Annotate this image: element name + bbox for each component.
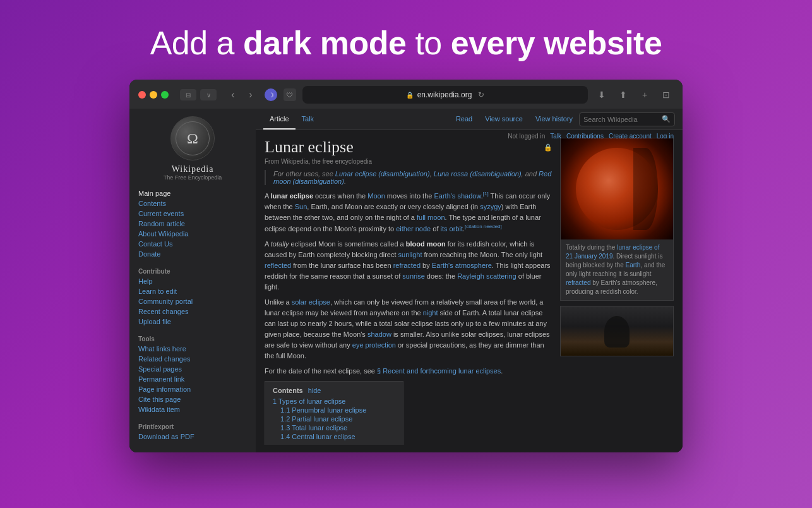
- contribute-label: Contribute: [129, 264, 256, 276]
- hatnote-link-1[interactable]: Lunar eclipse (disambiguation): [335, 170, 430, 178]
- headline-bold1: dark mode: [243, 25, 406, 61]
- either-node-link[interactable]: either node: [396, 224, 431, 232]
- sidebar-item-help[interactable]: Help: [129, 276, 256, 286]
- article-title: Lunar eclipse 🔒: [265, 138, 552, 157]
- minimize-button[interactable]: [150, 91, 157, 99]
- sun-link[interactable]: Sun: [295, 203, 307, 210]
- sidebar-item-page-information[interactable]: Page information: [129, 384, 256, 394]
- full-moon-link[interactable]: full moon: [417, 214, 445, 221]
- url-text: en.wikipedia.org: [417, 90, 472, 99]
- tab-extra-button[interactable]: ∨: [200, 89, 217, 100]
- maximize-button[interactable]: [161, 91, 169, 99]
- sidebar-item-cite-this-page[interactable]: Cite this page: [129, 394, 256, 404]
- contents-link-1-2[interactable]: 1.2 Partial lunar eclipse: [280, 415, 352, 423]
- search-icon[interactable]: 🔍: [662, 115, 671, 123]
- sidebar-item-related-changes[interactable]: Related changes: [129, 354, 256, 364]
- shadow-link[interactable]: shadow: [367, 330, 391, 338]
- sidebar-item-main-page[interactable]: Main page: [129, 188, 256, 198]
- forward-button[interactable]: ›: [243, 87, 258, 102]
- earth-link[interactable]: Earth: [626, 262, 641, 269]
- solar-eclipse-link[interactable]: solar eclipse: [292, 298, 330, 306]
- sidebar-item-permanent-link[interactable]: Permanent link: [129, 374, 256, 384]
- lunar-eclipse-image: [561, 138, 673, 239]
- sidebar-item-recent-changes[interactable]: Recent changes: [129, 306, 256, 317]
- sidebar-item-learn-to-edit[interactable]: Learn to edit: [129, 286, 256, 296]
- close-button[interactable]: [138, 91, 146, 99]
- article-para-1: A lunar eclipse occurs when the Moon mov…: [265, 190, 552, 234]
- sidebar-item-what-links-here[interactable]: What links here: [129, 344, 256, 354]
- tab-talk[interactable]: Talk: [296, 109, 321, 130]
- rayleigh-link[interactable]: Rayleigh scattering: [457, 272, 516, 280]
- shield-icon[interactable]: 🛡: [284, 88, 296, 101]
- wikipedia-title: Wikipedia: [172, 164, 214, 174]
- tab-view-source[interactable]: View source: [479, 109, 529, 130]
- article-hatnote: For other uses, see Lunar eclipse (disam…: [265, 170, 552, 185]
- sidebar-navigation: Main page Contents Current events Random…: [129, 186, 256, 262]
- earths-atmosphere-link[interactable]: Earth's atmosphere: [432, 262, 492, 269]
- sidebar-item-contact-us[interactable]: Contact Us: [129, 239, 256, 249]
- refracted-link[interactable]: refracted: [393, 262, 421, 269]
- sidebar-item-donate[interactable]: Donate: [129, 249, 256, 259]
- reload-button[interactable]: ↻: [478, 90, 484, 99]
- sidebar-item-wikidata-item[interactable]: Wikidata item: [129, 404, 256, 414]
- article-text: Lunar eclipse 🔒 From Wikipedia, the free…: [265, 138, 552, 445]
- contents-link-1-1[interactable]: 1.1 Penumbral lunar eclipse: [280, 406, 366, 414]
- sunrise-link[interactable]: sunrise: [402, 272, 424, 280]
- eclipse-link[interactable]: lunar eclipse of 21 January 2019: [566, 244, 659, 260]
- its-orbit-link[interactable]: its orbit: [441, 224, 463, 232]
- tab-view-button[interactable]: ⊟: [180, 89, 196, 100]
- headline-bold2: every website: [451, 25, 662, 61]
- sidebar-item-random-article[interactable]: Random article: [129, 219, 256, 229]
- sidebar-item-about-wikipedia[interactable]: About Wikipedia: [129, 229, 256, 239]
- tab-view-history[interactable]: View history: [529, 109, 579, 130]
- sunlight-link[interactable]: sunlight: [398, 251, 422, 258]
- back-button[interactable]: ‹: [225, 87, 241, 102]
- sidebar-contribute: Contribute Help Learn to edit Community …: [129, 262, 256, 329]
- article-para-3: Unlike a solar eclipse, which can only b…: [265, 297, 552, 361]
- contents-subitem-1-2: 1.2 Partial lunar eclipse: [273, 414, 395, 423]
- contents-link-1[interactable]: 1 Types of lunar eclipse: [273, 397, 345, 405]
- contents-hide[interactable]: hide: [308, 387, 321, 394]
- wiki-main: Article Talk Read View source View histo…: [256, 109, 683, 452]
- syzygy-link[interactable]: syzygy: [480, 203, 501, 210]
- contents-link-1-3[interactable]: 1.3 Total lunar eclipse: [280, 424, 347, 432]
- tab-article[interactable]: Article: [263, 109, 296, 130]
- wiki-article-body: Not logged in Talk Contributions Create …: [256, 130, 683, 452]
- contents-box: Contents hide 1 Types of lunar eclipse 1…: [265, 381, 403, 445]
- second-image-placeholder: [561, 306, 673, 356]
- globe-letter: Ω: [187, 130, 198, 147]
- sidebar-item-community-portal[interactable]: Community portal: [129, 296, 256, 306]
- recent-forthcoming-link[interactable]: § Recent and forthcoming lunar eclipses: [377, 367, 501, 375]
- sidebar-printexport: Print/export Download as PDF: [129, 417, 256, 444]
- sidebar-item-special-pages[interactable]: Special pages: [129, 364, 256, 374]
- dark-mode-icon[interactable]: ☽: [265, 88, 277, 101]
- nav-buttons: ‹ ›: [225, 87, 258, 102]
- headline-middle: to: [406, 25, 450, 61]
- sidebar-item-contents[interactable]: Contents: [129, 198, 256, 209]
- reflected-link[interactable]: reflected: [265, 262, 291, 269]
- search-input[interactable]: [583, 116, 659, 123]
- wikipedia-subtitle: The Free Encyclopedia: [164, 174, 222, 181]
- night-link[interactable]: night: [423, 309, 438, 317]
- sidebar-item-current-events[interactable]: Current events: [129, 209, 256, 219]
- downloads-button[interactable]: ⬇: [594, 87, 609, 102]
- hatnote-link-2[interactable]: Luna rossa (disambiguation): [434, 170, 522, 178]
- headline-prefix: Add a: [150, 25, 243, 61]
- wikipedia-globe: Ω: [170, 116, 215, 160]
- wiki-search-box[interactable]: 🔍: [579, 112, 675, 126]
- talk-link[interactable]: Talk: [550, 133, 561, 140]
- article-lock-icon: 🔒: [544, 143, 552, 152]
- refracted-caption-link[interactable]: refracted: [566, 279, 590, 286]
- tab-read[interactable]: Read: [450, 109, 479, 130]
- earths-shadow-link[interactable]: Earth's shadow: [434, 192, 481, 200]
- eye-protection-link[interactable]: eye protection: [352, 341, 396, 349]
- contents-link-1-4[interactable]: 1.4 Central lunar eclipse: [280, 433, 355, 440]
- sidebar-item-upload-file[interactable]: Upload file: [129, 317, 256, 327]
- moon-shadow: [633, 148, 658, 230]
- sidebar-item-download-pdf[interactable]: Download as PDF: [129, 432, 256, 442]
- moon-link[interactable]: Moon: [367, 192, 385, 200]
- new-tab-button[interactable]: +: [637, 87, 652, 102]
- address-bar[interactable]: 🔒 en.wikipedia.org ↻: [302, 86, 588, 104]
- share-button[interactable]: ⬆: [616, 87, 631, 102]
- split-view-button[interactable]: ⊡: [659, 87, 674, 102]
